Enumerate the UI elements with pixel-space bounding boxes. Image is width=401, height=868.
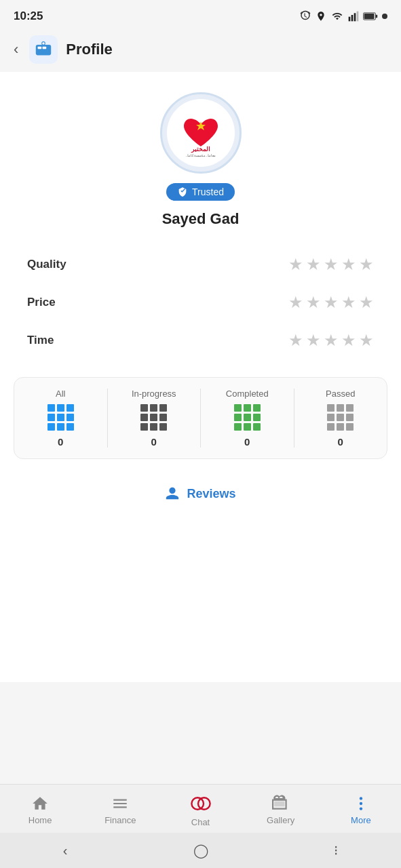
back-button[interactable]: ‹ [11, 38, 21, 61]
location-icon [316, 10, 326, 22]
star-2: ★ [306, 255, 321, 274]
status-time: 10:25 [14, 9, 43, 23]
signal-icon [348, 11, 359, 22]
stat-inprogress-label: In-progress [132, 389, 176, 399]
nav-home[interactable]: Home [0, 785, 80, 833]
star-1: ★ [288, 255, 303, 274]
time-label: Time [27, 334, 54, 347]
finance-icon [111, 795, 129, 812]
stat-passed-count: 0 [338, 436, 343, 448]
svg-rect-8 [38, 47, 42, 50]
svg-rect-1 [351, 15, 354, 21]
more-icon [352, 795, 370, 812]
quality-label: Quality [27, 258, 66, 271]
star-1: ★ [288, 331, 303, 350]
nav-chat[interactable]: Chat [160, 785, 240, 833]
svg-rect-7 [36, 45, 51, 55]
stat-passed-icon [327, 404, 354, 431]
system-nav-bar: ‹ ◯ ⁝ [0, 833, 401, 868]
star-4: ★ [341, 331, 356, 350]
header-logo [29, 35, 58, 64]
app-logo-icon [34, 40, 53, 59]
avatar-inner: المختبر معامل مؤسسة كامل [167, 99, 235, 167]
sys-nav-back[interactable]: ‹ [47, 837, 84, 864]
svg-text:المختبر: المختبر [191, 146, 210, 153]
stat-tab-passed[interactable]: Passed 0 [294, 389, 387, 448]
nav-more-label: More [351, 815, 371, 825]
svg-rect-5 [376, 15, 377, 18]
price-label: Price [27, 296, 56, 309]
stat-tab-all[interactable]: All 0 [14, 389, 108, 448]
svg-point-11 [43, 42, 45, 45]
stat-all-count: 0 [58, 436, 63, 448]
stat-tab-inprogress[interactable]: In-progress 0 [108, 389, 202, 448]
avatar-ring: المختبر معامل مؤسسة كامل [160, 92, 242, 174]
bottom-nav: Home Finance Chat Gallery More [0, 784, 401, 833]
star-5: ★ [359, 331, 374, 350]
svg-rect-2 [354, 13, 356, 21]
svg-point-20 [360, 807, 362, 810]
main-content: المختبر معامل مؤسسة كامل Trusted Sayed G… [0, 72, 401, 682]
svg-rect-3 [357, 12, 359, 22]
ratings-section: Quality ★ ★ ★ ★ ★ Price ★ ★ ★ ★ ★ Time ★ [0, 239, 401, 366]
wifi-icon [330, 11, 344, 22]
trusted-label: Trusted [192, 186, 224, 197]
svg-rect-17 [274, 802, 284, 807]
nav-gallery-label: Gallery [267, 815, 294, 825]
nav-finance[interactable]: Finance [80, 785, 160, 833]
stat-inprogress-icon [140, 404, 167, 431]
time-stars: ★ ★ ★ ★ ★ [288, 331, 374, 350]
reviews-person-icon [165, 486, 180, 501]
star-3: ★ [324, 293, 339, 312]
home-icon [31, 795, 49, 812]
star-3: ★ [324, 331, 339, 350]
reviews-label: Reviews [187, 487, 235, 501]
stat-inprogress-count: 0 [151, 436, 157, 448]
star-1: ★ [288, 293, 303, 312]
svg-text:معامل مؤسسة كامل: معامل مؤسسة كامل [185, 153, 216, 157]
star-5: ★ [359, 255, 374, 274]
stat-completed-label: Completed [226, 389, 269, 399]
status-icons [299, 10, 387, 22]
stats-card: All 0 [14, 377, 387, 459]
svg-rect-9 [43, 47, 47, 50]
sys-nav-recent[interactable]: ⁝ [318, 837, 354, 864]
svg-rect-0 [349, 17, 351, 22]
svg-point-18 [360, 797, 362, 800]
header: ‹ Profile [0, 30, 401, 72]
notification-dot [382, 14, 387, 19]
gallery-icon [272, 795, 290, 812]
battery-icon [363, 12, 378, 21]
svg-rect-6 [364, 14, 375, 19]
status-bar: 10:25 [0, 0, 401, 30]
star-4: ★ [341, 293, 356, 312]
stat-passed-label: Passed [326, 389, 355, 399]
nav-home-label: Home [28, 815, 52, 825]
quality-rating-row: Quality ★ ★ ★ ★ ★ [27, 245, 374, 283]
star-2: ★ [306, 331, 321, 350]
profile-avatar-logo: المختبر معامل مؤسسة كامل [170, 109, 231, 157]
stat-completed-count: 0 [244, 436, 250, 448]
nav-gallery[interactable]: Gallery [241, 785, 321, 833]
stat-tab-completed[interactable]: Completed 0 [201, 389, 294, 448]
price-rating-row: Price ★ ★ ★ ★ ★ [27, 283, 374, 321]
chat-icon [190, 793, 212, 814]
sys-nav-home[interactable]: ◯ [177, 837, 225, 864]
stat-all-icon [47, 404, 74, 431]
nav-more[interactable]: More [321, 785, 401, 833]
shield-check-icon [177, 186, 188, 197]
profile-avatar-section: المختبر معامل مؤسسة كامل Trusted Sayed G… [0, 72, 401, 239]
trusted-badge: Trusted [166, 183, 235, 201]
nav-finance-label: Finance [104, 815, 136, 825]
profile-name: Sayed Gad [162, 210, 240, 228]
reviews-section[interactable]: Reviews [0, 470, 401, 517]
nav-chat-label: Chat [191, 817, 210, 827]
star-3: ★ [324, 255, 339, 274]
star-4: ★ [341, 255, 356, 274]
alarm-icon [299, 10, 311, 22]
star-5: ★ [359, 293, 374, 312]
price-stars: ★ ★ ★ ★ ★ [288, 293, 374, 312]
quality-stars: ★ ★ ★ ★ ★ [288, 255, 374, 274]
stat-all-label: All [56, 389, 65, 399]
svg-point-19 [360, 802, 362, 805]
